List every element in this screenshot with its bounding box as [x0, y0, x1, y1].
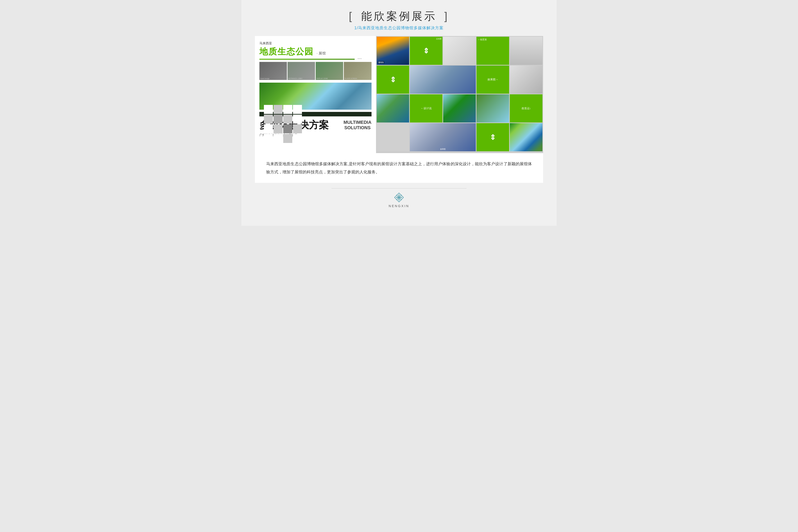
deco-sq-10 [273, 124, 283, 133]
bracket-left: [ [349, 10, 354, 22]
grid-green-5-label: ←设计说 [421, 107, 432, 110]
deco-sq-12 [293, 124, 302, 133]
arrow-2: ⇕ [390, 75, 396, 84]
footer-logo-text: NENGXIN [388, 204, 410, 208]
grid-green-6-label: 改造运↓ [521, 107, 531, 110]
grid-ocean: 珊瑚海 [377, 37, 410, 65]
photo-label-4: FLOOR SCREEN [344, 78, 357, 79]
main-card: 马来西亚 地质生态公园 · 展馆 Guest lounge ENTRANCE L… [255, 36, 543, 153]
page-wrapper: [ 能欣案例展示 ] 1/马来西亚地质生态公园博物馆多媒体解决方案 马来西亚 地… [241, 0, 557, 226]
page-title: [ 能欣案例展示 ] [255, 9, 543, 23]
nengxin-logo-icon [394, 192, 404, 203]
title-suffix: · 展馆 [317, 51, 326, 56]
footer-logo: NENGXIN [388, 192, 410, 208]
chinese-label: 马来西亚 [260, 41, 372, 45]
grid-green-4-label: 效果图→ [488, 78, 498, 81]
deco-squares [264, 105, 304, 141]
grid-green-1-label: 总览图 [436, 38, 441, 40]
deco-sq-2 [273, 105, 283, 114]
grid-arch: 效果图 [410, 123, 476, 151]
deco-sq-5 [264, 115, 273, 124]
grid-wind1 [377, 94, 410, 122]
deco-sq-6 [273, 115, 283, 124]
grid-green-1: ⇕ 总览图 [410, 37, 442, 65]
right-grid: 珊瑚海 ⇕ 总览图 ←创意策 ⇕ 效果图→ [376, 36, 543, 153]
grid-arch-label: 效果图 [440, 148, 445, 150]
page-header: [ 能欣案例展示 ] 1/马来西亚地质生态公园博物馆多媒体解决方案 [255, 9, 543, 31]
bracket-right: ] [444, 10, 449, 22]
photo-cell-4: FLOOR SCREEN [344, 62, 371, 80]
grid-ocean-label: 珊瑚海 [378, 61, 384, 64]
deco-sq-13 [264, 134, 273, 143]
grid-museum [410, 65, 476, 94]
deco-sq-3 [283, 105, 292, 114]
grid-green-3: ⇕ [377, 65, 410, 94]
deco-sq-4 [293, 105, 302, 114]
footer: NENGXIN [255, 183, 543, 212]
grid-green-7: ⇕ [476, 123, 509, 151]
photo-label-2: ENTRANCE LOBBY [288, 78, 303, 79]
photo-label-1: Guest lounge [260, 78, 269, 79]
grid-wind2 [443, 94, 476, 122]
grid-green-2-label: ←创意策 [478, 38, 487, 41]
photo-cell-2: ENTRANCE LOBBY [287, 62, 315, 80]
arrow-1: ⇕ [423, 46, 429, 55]
grid-interact [510, 65, 543, 94]
multimedia-en-line2: SOLUTIONS [344, 125, 372, 130]
deco-sq-1 [264, 105, 273, 114]
left-content-wrapper: 马来西亚 地质生态公园 · 展馆 Guest lounge ENTRANCE L… [260, 41, 372, 148]
grid-gray1 [377, 123, 410, 151]
grid-green-5: ←设计说 [410, 94, 442, 122]
photo-cell-1: Guest lounge [260, 62, 287, 80]
description-section: 马来西亚地质生态公园博物馆多媒体解决方案,是针对客户现有的展馆设计方案基础之上，… [255, 153, 543, 183]
photo-strip: Guest lounge ENTRANCE LOBBY DISPLAY ZONE… [260, 62, 372, 80]
grid-green-4: 效果图→ [476, 65, 509, 94]
deco-sq-16 [293, 134, 302, 143]
photo-label-3: DISPLAY ZONE [316, 78, 328, 79]
grid-green-2: ←创意策 [476, 37, 509, 65]
left-panel: 马来西亚 地质生态公园 · 展馆 Guest lounge ENTRANCE L… [255, 36, 376, 153]
deco-sq-8 [293, 115, 302, 124]
deco-sq-7 [283, 115, 292, 124]
grid-room2 [510, 37, 543, 65]
arrow-3: ⇕ [490, 133, 496, 141]
green-bar [260, 59, 355, 60]
deco-grid [264, 105, 304, 143]
title-text: 能欣案例展示 [361, 10, 437, 22]
grid-island [476, 94, 509, 122]
description-text: 马来西亚地质生态公园博物馆多媒体解决方案,是针对客户现有的展馆设计方案基础之上，… [266, 160, 532, 176]
grid-green-6: 改造运↓ [510, 94, 543, 122]
deco-sq-11 [283, 124, 292, 133]
multimedia-en-line1: MULTIMEDIA [344, 119, 372, 125]
page-subtitle: 1/马来西亚地质生态公园博物馆多媒体解决方案 [255, 25, 543, 31]
green-title: 地质生态公园 [260, 46, 314, 57]
deco-sq-15 [283, 134, 292, 143]
deco-sq-9 [264, 124, 273, 133]
deco-sq-14 [273, 134, 283, 143]
grid-beach2 [510, 123, 543, 151]
photo-cell-3: DISPLAY ZONE [316, 62, 343, 80]
grid-room1 [443, 37, 476, 65]
